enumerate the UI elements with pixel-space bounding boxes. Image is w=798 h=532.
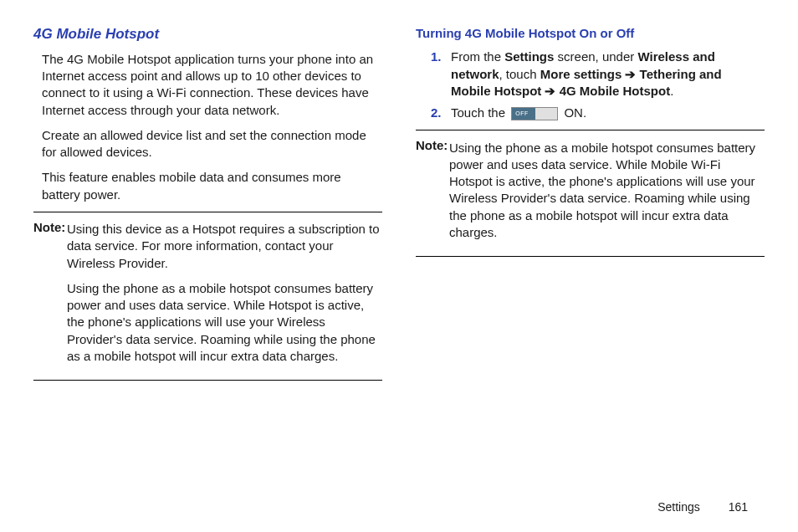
note-label: Note:: [416, 138, 448, 152]
footer-section-name: Settings: [657, 500, 700, 514]
note-block: Note: Using this device as a Hotspot req…: [33, 212, 382, 381]
step-number: 2.: [431, 105, 451, 121]
note-line: Note: Using this device as a Hotspot req…: [33, 219, 382, 272]
text: ON.: [560, 105, 586, 120]
step-number: 1.: [431, 49, 451, 100]
page-number: 161: [729, 500, 748, 514]
note-block: Note: Using the phone as a mobile hotspo…: [416, 130, 765, 257]
list-item: 2. Touch the ON.: [431, 105, 765, 121]
page-footer: Settings 161: [657, 499, 748, 515]
bold-text: Settings: [504, 49, 554, 64]
text: Touch the: [451, 105, 509, 120]
arrow-icon: ➔: [622, 67, 639, 81]
section-heading-4g-mobile-hotspot: 4G Mobile Hotspot: [33, 25, 382, 44]
bold-text: More settings: [540, 67, 622, 81]
text: screen, under: [554, 49, 637, 64]
step-body: From the Settings screen, under Wireless…: [451, 49, 765, 100]
note-line: Note: Using the phone as a mobile hotspo…: [416, 137, 765, 241]
note-text: Using the phone as a mobile hotspot cons…: [449, 140, 765, 242]
ordered-list: 1. From the Settings screen, under Wirel…: [431, 49, 765, 121]
left-column: 4G Mobile Hotspot The 4G Mobile Hotspot …: [33, 25, 382, 389]
paragraph: Create an allowed device list and set th…: [42, 127, 382, 161]
note-label: Note:: [33, 220, 65, 234]
arrow-icon: ➔: [541, 84, 559, 98]
step-body: Touch the ON.: [451, 105, 765, 121]
text: , touch: [499, 67, 540, 81]
note-text: Using the phone as a mobile hotspot cons…: [67, 280, 382, 365]
text: .: [670, 84, 673, 98]
paragraph: The 4G Mobile Hotspot application turns …: [42, 51, 382, 119]
toggle-off-icon: [511, 107, 558, 120]
right-column: Turning 4G Mobile Hotspot On or Off 1. F…: [416, 25, 765, 389]
paragraph: This feature enables mobile data and con…: [42, 169, 382, 203]
text: From the: [451, 49, 504, 64]
bold-text: 4G Mobile Hotspot: [560, 84, 671, 98]
list-item: 1. From the Settings screen, under Wirel…: [431, 49, 765, 100]
subsection-heading-turning-on-off: Turning 4G Mobile Hotspot On or Off: [416, 25, 765, 42]
note-text: Using this device as a Hotspot requires …: [67, 221, 382, 272]
